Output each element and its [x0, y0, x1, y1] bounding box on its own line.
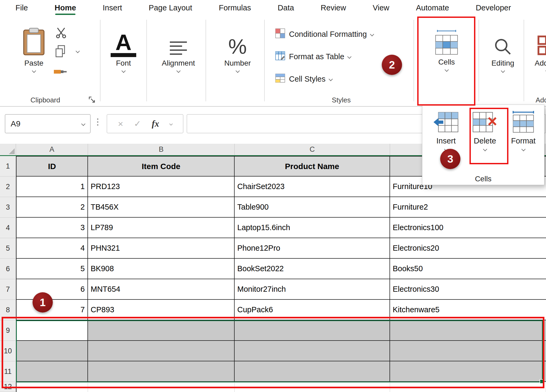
format-painter-button[interactable] [53, 66, 67, 78]
tab-automate[interactable]: Automate [416, 0, 449, 15]
cells-button[interactable]: Cells [425, 19, 468, 71]
cell[interactable]: MNT654 [88, 279, 235, 300]
tab-view[interactable]: View [373, 0, 389, 15]
alignment-group-button[interactable]: Alignment [155, 20, 202, 72]
column-header-b[interactable]: B [88, 144, 235, 155]
tab-developer[interactable]: Developer [476, 0, 511, 15]
select-all-corner[interactable] [0, 144, 16, 155]
cell[interactable] [235, 320, 390, 341]
row-number[interactable]: 8 [0, 300, 16, 320]
cell[interactable]: Kitchenware5 [390, 300, 546, 320]
tab-page-layout[interactable]: Page Layout [149, 0, 192, 15]
copy-icon [54, 54, 66, 59]
format-as-table-button[interactable]: Format as Table [275, 51, 351, 63]
cell[interactable]: Electronics100 [390, 218, 546, 238]
cell[interactable] [16, 341, 88, 361]
cell[interactable]: Phone12Pro [235, 238, 390, 259]
tab-insert[interactable]: Insert [103, 0, 122, 15]
conditional-formatting-button[interactable]: Conditional Formatting [275, 28, 374, 40]
cell[interactable]: TB456X [88, 197, 235, 218]
insert-function-icon[interactable]: fx [152, 119, 159, 129]
cell[interactable]: Table900 [235, 197, 390, 218]
cell[interactable]: PRD123 [88, 177, 235, 197]
cell[interactable]: Product Name [235, 156, 390, 177]
clipboard-dialog-launcher[interactable] [89, 96, 95, 104]
cell[interactable]: BK908 [88, 259, 235, 279]
cell[interactable]: Electronics30 [390, 279, 546, 300]
cell[interactable]: Monitor27inch [235, 279, 390, 300]
cell[interactable]: 6 [16, 279, 88, 300]
cell[interactable]: Electronics20 [390, 238, 546, 259]
tab-data[interactable]: Data [278, 0, 294, 15]
cancel-icon[interactable]: × [118, 119, 123, 129]
menu-item-insert[interactable]: Insert [428, 110, 464, 151]
cell[interactable]: 5 [16, 259, 88, 279]
row-number[interactable]: 2 [0, 177, 16, 197]
editing-group-label: Editing [491, 59, 514, 67]
column-header-a[interactable]: A [16, 144, 88, 155]
row-number[interactable]: 9 [0, 320, 16, 341]
cell[interactable] [88, 361, 235, 382]
row-number[interactable]: 11 [0, 361, 16, 382]
name-box-value: A9 [11, 119, 21, 128]
tab-home[interactable]: Home [55, 0, 76, 15]
cell[interactable]: PHN321 [88, 238, 235, 259]
cell[interactable]: 2 [16, 197, 88, 218]
font-group-button[interactable]: A Font [106, 20, 141, 72]
paste-button[interactable]: Paste [18, 20, 50, 72]
cell[interactable]: BookSet2022 [235, 259, 390, 279]
row-number[interactable]: 10 [0, 341, 16, 361]
alignment-group-label: Alignment [162, 59, 195, 67]
row-number[interactable]: 12 [0, 382, 16, 392]
copy-button[interactable] [54, 45, 66, 59]
cell-styles-button[interactable]: Cell Styles [275, 73, 332, 85]
cell[interactable]: Furniture2 [390, 197, 546, 218]
cell[interactable] [390, 320, 546, 341]
cell[interactable]: 1 [16, 177, 88, 197]
cell[interactable]: ChairSet2023 [235, 177, 390, 197]
cell[interactable] [16, 382, 88, 392]
row-number[interactable]: 6 [0, 259, 16, 279]
tab-review[interactable]: Review [321, 0, 346, 15]
addins-grid-icon [537, 35, 546, 57]
active-cell-a9[interactable] [16, 320, 88, 341]
menu-item-format[interactable]: Format [505, 110, 541, 151]
cell[interactable] [88, 341, 235, 361]
fill-handle[interactable] [540, 379, 544, 384]
cell[interactable] [235, 341, 390, 361]
cell[interactable] [390, 361, 546, 382]
cell[interactable]: 3 [16, 218, 88, 238]
tab-file[interactable]: File [15, 0, 28, 15]
cell[interactable] [88, 320, 235, 341]
addins-button[interactable]: Add-ins [527, 20, 546, 72]
menu-item-delete[interactable]: Delete [467, 110, 503, 151]
row-number[interactable]: 4 [0, 218, 16, 238]
column-header-c[interactable]: C [235, 144, 390, 155]
cell[interactable]: CupPack6 [235, 300, 390, 320]
row-number[interactable]: 5 [0, 238, 16, 259]
cell[interactable]: CP893 [88, 300, 235, 320]
cell[interactable]: Item Code [88, 156, 235, 177]
cell[interactable]: LP789 [88, 218, 235, 238]
cell[interactable] [16, 361, 88, 382]
cell[interactable] [235, 361, 390, 382]
row-number[interactable]: 1 [0, 156, 16, 177]
row-number[interactable]: 7 [0, 279, 16, 300]
cells-menu-group-label: Cells [422, 175, 544, 183]
copy-chevron-down-icon[interactable] [76, 49, 80, 53]
cut-button[interactable] [55, 27, 67, 40]
cell[interactable] [235, 382, 390, 392]
number-group-button[interactable]: % Number [215, 20, 260, 72]
cell[interactable]: 4 [16, 238, 88, 259]
cell[interactable] [390, 341, 546, 361]
editing-button[interactable]: Editing [481, 20, 524, 72]
cell[interactable]: Laptop15.6inch [235, 218, 390, 238]
name-box[interactable]: A9 [5, 114, 91, 133]
enter-icon[interactable]: ✓ [134, 119, 141, 129]
cell[interactable]: ID [16, 156, 88, 177]
tab-formulas[interactable]: Formulas [219, 0, 251, 15]
cell[interactable] [88, 382, 235, 392]
cell[interactable]: Books50 [390, 259, 546, 279]
cell[interactable] [390, 382, 546, 392]
row-number[interactable]: 3 [0, 197, 16, 218]
